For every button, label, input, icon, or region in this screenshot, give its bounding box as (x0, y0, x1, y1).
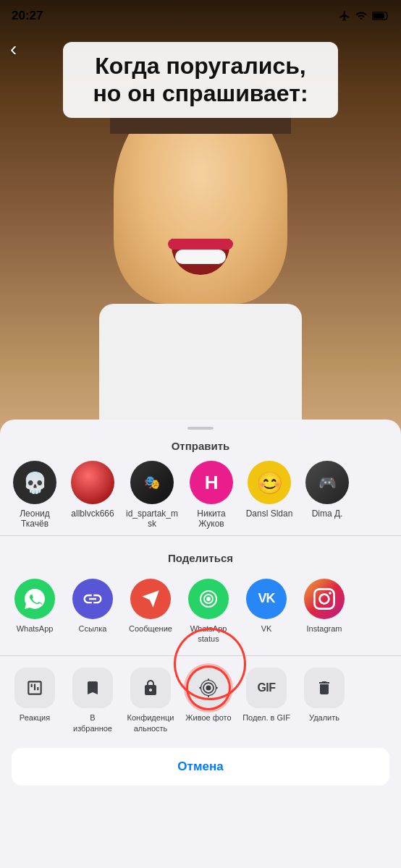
reaction-icon (14, 668, 55, 708)
contact-dansl[interactable]: 😊 Dansl Sldan (240, 461, 298, 529)
svg-point-6 (208, 696, 209, 697)
action-reaction[interactable]: Реакция (9, 668, 61, 733)
privacy-label: Конфиденциальность (127, 712, 174, 733)
favorites-icon (72, 668, 113, 708)
airplane-icon (339, 10, 350, 22)
contact-name-nikita: НикитаЖуков (197, 509, 225, 529)
back-button[interactable]: ‹ (10, 38, 17, 61)
contact-dima[interactable]: 🎮 Dima Д. (298, 461, 356, 529)
reaction-label: Реакция (20, 712, 50, 723)
privacy-icon (130, 668, 171, 708)
action-privacy[interactable]: Конфиденциальность (124, 668, 177, 733)
contact-name-allblvck: allblvck666 (71, 509, 114, 519)
contact-name-dansl: Dansl Sldan (246, 509, 293, 519)
share-message[interactable]: Сообщение (124, 579, 177, 644)
status-bar: 20:27 (0, 0, 401, 32)
action-delete[interactable]: Удалить (298, 668, 350, 733)
message-label: Сообщение (129, 624, 172, 634)
video-text: Когда поругались,но он спрашивает: (77, 52, 324, 108)
action-favorites[interactable]: Визбранное (67, 668, 119, 733)
divider-2 (0, 655, 401, 656)
whatsapp-label: WhatsApp (17, 624, 54, 634)
cancel-button[interactable]: Отмена (12, 748, 389, 786)
svg-rect-1 (373, 13, 384, 19)
link-icon (72, 579, 113, 619)
whatsapp-status-label: WhatsAppstatus (190, 624, 227, 644)
action-live-photo[interactable]: Живое фото (182, 668, 235, 733)
vk-icon: VK (246, 579, 287, 619)
whatsapp-status-icon (188, 579, 229, 619)
battery-icon (372, 11, 389, 21)
contact-allblvck[interactable]: allblvck666 (64, 461, 122, 529)
send-title: Отправить (0, 430, 401, 461)
svg-point-8 (216, 687, 218, 689)
contacts-row: 💀 ЛеонидТкачёв allblvck666 🎭 id_spartak_… (0, 461, 401, 529)
instagram-icon (304, 579, 345, 619)
share-whatsapp[interactable]: WhatsApp (9, 579, 61, 644)
delete-icon (304, 668, 345, 708)
svg-point-7 (199, 687, 200, 689)
contact-spartak[interactable]: 🎭 id_spartak_msk (122, 461, 182, 529)
wifi-icon (355, 10, 368, 22)
action-gif[interactable]: GIF Подел. в GIF (240, 668, 292, 733)
contact-name-spartak: id_spartak_msk (126, 509, 178, 529)
actions-grid: Реакция Визбранное Конфиденциальность (0, 662, 401, 739)
message-icon (130, 579, 171, 619)
contact-name-dima: Dima Д. (312, 509, 343, 519)
divider-1 (0, 535, 401, 536)
share-whatsapp-status[interactable]: WhatsAppstatus (182, 579, 235, 644)
avatar-allblvck (71, 461, 114, 504)
live-photo-label: Живое фото (185, 712, 231, 723)
status-time: 20:27 (12, 9, 43, 23)
vk-label: VK (261, 624, 272, 634)
favorites-label: Визбранное (73, 712, 112, 733)
gif-icon: GIF (246, 668, 287, 708)
contact-leonid[interactable]: 💀 ЛеонидТкачёв (6, 461, 64, 529)
delete-label: Удалить (309, 712, 339, 723)
avatar-spartak: 🎭 (130, 461, 174, 504)
avatar-nikita: Н (190, 461, 233, 504)
contact-nikita[interactable]: Н НикитаЖуков (182, 461, 240, 529)
share-grid: WhatsApp Ссылка Сообщение (0, 573, 401, 650)
instagram-label: Instagram (307, 624, 342, 634)
gif-label: Подел. в GIF (242, 712, 290, 723)
avatar-leonid: 💀 (13, 461, 56, 504)
share-title: Поделиться (0, 542, 401, 573)
contact-name-leonid: ЛеонидТкачёв (20, 509, 50, 529)
status-icons (339, 10, 389, 22)
live-photo-icon (188, 668, 229, 708)
video-text-overlay: Когда поругались,но он спрашивает: (63, 42, 338, 118)
avatar-dansl: 😊 (248, 461, 291, 504)
avatar-dima: 🎮 (305, 461, 349, 504)
svg-point-2 (206, 686, 211, 691)
share-link[interactable]: Ссылка (67, 579, 119, 644)
share-vk[interactable]: VK VK (240, 579, 292, 644)
bottom-sheet: Отправить 💀 ЛеонидТкачёв allblvck666 🎭 i… (0, 420, 401, 868)
whatsapp-icon (14, 579, 55, 619)
link-label: Ссылка (79, 624, 107, 634)
svg-point-5 (208, 679, 209, 681)
share-instagram[interactable]: Instagram (298, 579, 350, 644)
